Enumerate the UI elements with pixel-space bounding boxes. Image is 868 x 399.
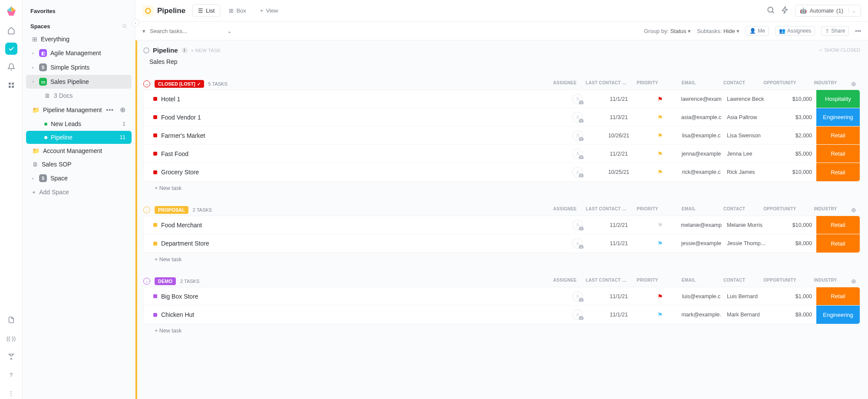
collapse-group-icon[interactable]: ⌄ (143, 278, 150, 285)
cell-opportunity[interactable]: $10,000 (769, 96, 816, 102)
sidebar-item-sales-sop[interactable]: 🗎 Sales SOP (26, 158, 132, 171)
new-task-row-button[interactable]: + New task (143, 324, 860, 334)
industry-tag[interactable]: Hospitality (816, 90, 860, 108)
task-row[interactable]: Farmer's Market10/26/21⚑lisa@example.cLi… (144, 126, 860, 145)
sidebar-item-space[interactable]: ▸ S Space (26, 171, 132, 185)
tasks-icon[interactable] (5, 43, 17, 55)
task-row[interactable]: Hotel 111/1/21⚑lawrence@examLawrence Bec… (144, 90, 860, 108)
cell-contact[interactable]: Lawrence Beck (725, 96, 769, 102)
add-icon[interactable]: ⊕ (120, 106, 125, 114)
search-icon[interactable] (122, 23, 127, 30)
status-square-icon[interactable] (153, 223, 157, 227)
cell-date[interactable]: 11/2/21 (595, 151, 643, 157)
cell-email[interactable]: melanie@examp (677, 222, 725, 228)
status-square-icon[interactable] (153, 133, 157, 137)
col-email[interactable]: EMAIL (665, 278, 713, 285)
cell-contact[interactable]: Jessie Thompson (725, 240, 769, 246)
cell-assignee[interactable] (560, 149, 595, 159)
status-square-icon[interactable] (153, 115, 157, 119)
col-last-contact[interactable]: LAST CONTACT … (582, 80, 630, 87)
col-assignee[interactable]: ASSIGNEE (548, 80, 582, 87)
cell-assignee[interactable] (560, 167, 595, 177)
goals-icon[interactable] (5, 350, 17, 362)
docs-icon[interactable] (5, 314, 17, 326)
sidebar-item-agile[interactable]: ▸ ◧ Agile Management (26, 46, 132, 60)
task-name[interactable]: Department Store (161, 240, 560, 247)
cell-contact[interactable]: Melanie Morris (725, 222, 769, 228)
task-row[interactable]: Department Store11/1/21⚑jessie@exampleJe… (144, 234, 860, 253)
col-last-contact[interactable]: LAST CONTACT … (582, 206, 630, 213)
sidebar-item-sales-pipeline[interactable]: ▾ ▭ Sales Pipeline (26, 75, 132, 89)
collapse-group-icon[interactable]: ⌄ (143, 206, 150, 213)
status-chip[interactable]: DEMO (155, 277, 176, 285)
pulse-icon[interactable]: ((·)) (5, 332, 17, 344)
industry-tag[interactable]: Engineering (816, 108, 860, 126)
cell-email[interactable]: rick@example.c (677, 169, 725, 175)
flag-icon[interactable]: ⚑ (643, 169, 677, 176)
col-assignee[interactable]: ASSIGNEE (548, 206, 582, 213)
new-task-row-button[interactable]: + New task (143, 182, 860, 191)
col-priority[interactable]: PRIORITY (630, 278, 665, 285)
cell-opportunity[interactable]: $3,000 (769, 114, 816, 120)
col-contact[interactable]: CONTACT (713, 80, 756, 87)
status-square-icon[interactable] (153, 242, 157, 246)
flag-icon[interactable]: ⚑ (643, 240, 677, 247)
industry-tag[interactable]: Retail (816, 234, 860, 253)
status-chip[interactable]: CLOSED [LOST] ✓ (155, 80, 204, 88)
task-name[interactable]: Grocery Store (161, 169, 560, 176)
favorites-heading[interactable]: Favorites (23, 5, 135, 17)
task-row[interactable]: Fast Food11/2/21⚑jenna@exampleJenna Lee$… (144, 145, 860, 163)
share-button[interactable]: ⇪Share (821, 26, 849, 36)
cell-email[interactable]: jessie@example (677, 240, 725, 246)
sidebar-item-pipeline-management[interactable]: 📁 Pipeline Management ••• ⊕ (26, 103, 132, 117)
cell-opportunity[interactable]: $10,000 (769, 222, 816, 228)
sidebar-item-pipeline[interactable]: Pipeline 11 (26, 131, 132, 144)
status-square-icon[interactable] (153, 294, 157, 298)
tab-list[interactable]: ☰List (192, 4, 220, 17)
groupby-control[interactable]: Group by: Status ▾ (644, 28, 691, 34)
col-contact[interactable]: CONTACT (713, 278, 756, 285)
flag-icon[interactable]: ⚑ (643, 150, 677, 157)
flag-icon[interactable]: ⚑ (643, 222, 677, 229)
col-last-contact[interactable]: LAST CONTACT … (582, 278, 630, 285)
cell-date[interactable]: 10/26/21 (595, 133, 643, 139)
add-column-button[interactable]: ⊕ (847, 206, 860, 213)
col-assignee[interactable]: ASSIGNEE (548, 278, 582, 285)
app-logo[interactable] (5, 5, 18, 18)
cell-opportunity[interactable]: $5,000 (769, 151, 816, 157)
cell-date[interactable]: 11/3/21 (595, 114, 643, 120)
me-button[interactable]: 👤Me (746, 26, 769, 36)
search-icon[interactable] (766, 6, 775, 16)
col-email[interactable]: EMAIL (665, 80, 713, 87)
task-name[interactable]: Farmer's Market (161, 132, 560, 139)
task-name[interactable]: Fast Food (161, 150, 560, 157)
task-name[interactable]: Hotel 1 (161, 96, 560, 103)
sidebar-item-docs[interactable]: 🗎 3 Docs (26, 89, 132, 102)
new-task-row-button[interactable]: + New task (143, 253, 860, 263)
cell-date[interactable]: 11/1/21 (595, 293, 643, 299)
status-square-icon[interactable] (153, 170, 157, 174)
cell-assignee[interactable] (560, 309, 595, 320)
col-industry[interactable]: INDUSTRY (804, 206, 847, 213)
flag-icon[interactable]: ⚑ (643, 311, 677, 318)
cell-date[interactable]: 11/2/21 (595, 222, 643, 228)
cell-assignee[interactable] (560, 130, 595, 141)
search-input[interactable] (150, 28, 223, 34)
apps-icon[interactable] (5, 79, 17, 91)
status-square-icon[interactable] (153, 152, 157, 156)
cell-date[interactable]: 11/1/21 (595, 240, 643, 246)
collapse-group-icon[interactable]: ⌄ (143, 80, 150, 87)
add-space-button[interactable]: + Add Space (26, 186, 132, 199)
cell-assignee[interactable] (560, 238, 595, 249)
col-industry[interactable]: INDUSTRY (804, 278, 847, 285)
spaces-heading[interactable]: Spaces (30, 23, 50, 30)
cell-contact[interactable]: Jenna Lee (725, 151, 769, 157)
col-priority[interactable]: PRIORITY (630, 80, 665, 87)
help-icon[interactable]: ? (5, 369, 17, 381)
cell-email[interactable]: asia@example.c (677, 114, 725, 120)
sidebar-item-new-leads[interactable]: New Leads 1 (26, 117, 132, 130)
industry-tag[interactable]: Retail (816, 287, 860, 305)
collapse-sidebar-button[interactable]: ‹ (132, 19, 139, 27)
home-icon[interactable] (5, 24, 17, 37)
status-square-icon[interactable] (153, 97, 157, 101)
